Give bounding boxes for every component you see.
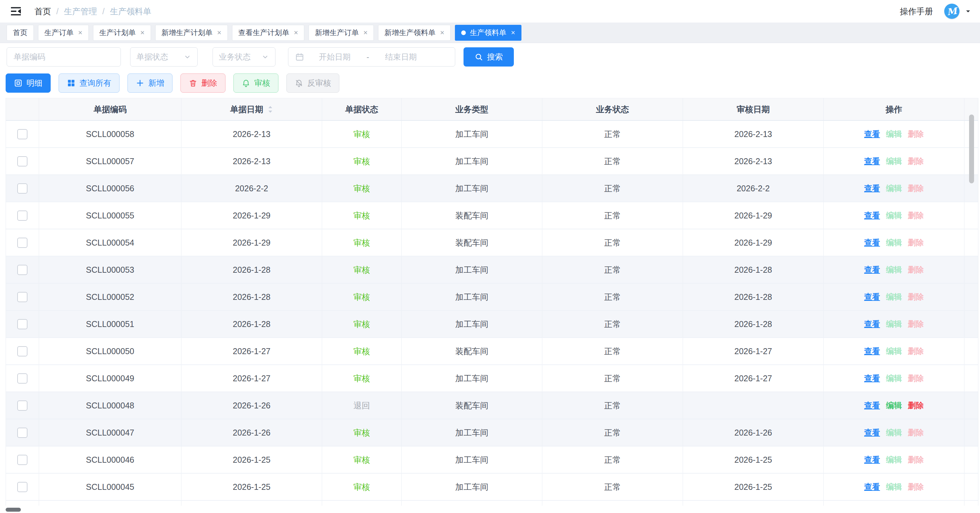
unapprove-button[interactable]: 反审核 — [286, 73, 339, 93]
tab-close-icon[interactable]: × — [78, 29, 83, 37]
breadcrumb-item[interactable]: 生产管理 — [64, 6, 97, 17]
row-checkbox[interactable] — [17, 482, 27, 492]
caret-down-icon[interactable] — [965, 8, 971, 14]
view-link[interactable]: 查看 — [864, 427, 880, 438]
view-link[interactable]: 查看 — [864, 264, 880, 275]
view-link[interactable]: 查看 — [864, 373, 880, 384]
edit-link[interactable]: 编辑 — [886, 346, 902, 356]
row-checkbox[interactable] — [17, 211, 27, 221]
table-row: SCLL0000512026-1-28审核加工车间正常2026-1-28查看编辑… — [6, 311, 978, 338]
tab-close-icon[interactable]: × — [140, 29, 145, 37]
tab-item[interactable]: 首页 — [6, 25, 34, 41]
edit-link[interactable]: 编辑 — [886, 427, 902, 438]
horizontal-scrollbar-thumb[interactable] — [6, 508, 21, 512]
row-checkbox[interactable] — [17, 319, 27, 329]
manual-link[interactable]: 操作手册 — [900, 6, 933, 17]
delete-link[interactable]: 删除 — [908, 400, 924, 411]
delete-link[interactable]: 删除 — [908, 319, 924, 329]
view-link[interactable]: 查看 — [864, 400, 880, 411]
edit-link[interactable]: 编辑 — [886, 454, 902, 465]
edit-link[interactable]: 编辑 — [886, 292, 902, 302]
row-checkbox[interactable] — [17, 455, 27, 465]
delete-link[interactable]: 删除 — [908, 454, 924, 465]
breadcrumb-item[interactable]: 生产领料单 — [110, 6, 151, 17]
view-link[interactable]: 查看 — [864, 210, 880, 221]
menu-fold-icon[interactable] — [10, 5, 22, 17]
table-body: SCLL0000582026-2-13审核加工车间正常2026-2-13查看编辑… — [6, 121, 978, 506]
tab-item[interactable]: 新增生产订单× — [309, 25, 374, 41]
tab-item[interactable]: 新增生产计划单× — [155, 25, 228, 41]
edit-link[interactable]: 编辑 — [886, 237, 902, 248]
edit-link[interactable]: 编辑 — [886, 156, 902, 167]
row-checkbox[interactable] — [17, 265, 27, 275]
row-checkbox[interactable] — [17, 373, 27, 384]
edit-link[interactable]: 编辑 — [886, 183, 902, 194]
row-checkbox[interactable] — [17, 156, 27, 167]
delete-link[interactable]: 删除 — [908, 210, 924, 221]
delete-link[interactable]: 删除 — [908, 481, 924, 492]
cell-actions: 查看编辑删除 — [824, 419, 964, 446]
delete-link[interactable]: 删除 — [908, 156, 924, 167]
edit-link[interactable]: 编辑 — [886, 373, 902, 384]
view-link[interactable]: 查看 — [864, 481, 880, 492]
cell-biz-type: 加工车间 — [402, 284, 542, 310]
tab-close-icon[interactable]: × — [363, 29, 368, 37]
delete-link[interactable]: 删除 — [908, 183, 924, 194]
view-link[interactable]: 查看 — [864, 237, 880, 248]
view-link[interactable]: 查看 — [864, 319, 880, 329]
tab-close-icon[interactable]: × — [217, 29, 221, 37]
view-link[interactable]: 查看 — [864, 292, 880, 302]
cell-date: 2026-1-27 — [181, 338, 322, 364]
edit-link[interactable]: 编辑 — [886, 400, 902, 411]
edit-link[interactable]: 编辑 — [886, 481, 902, 492]
table-header: 单据编码单据日期单据状态业务类型业务状态审核日期操作 — [6, 98, 978, 121]
delete-link[interactable]: 删除 — [908, 129, 924, 139]
view-link[interactable]: 查看 — [864, 156, 880, 167]
tab-close-icon[interactable]: × — [294, 29, 298, 37]
tab-item[interactable]: 生产订单× — [38, 25, 89, 41]
query-all-button[interactable]: 查询所有 — [59, 73, 119, 93]
tab-active[interactable]: 生产领料单× — [455, 25, 522, 41]
tab-item[interactable]: 查看生产计划单× — [232, 25, 305, 41]
row-select-cell — [6, 392, 39, 419]
delete-link[interactable]: 删除 — [908, 237, 924, 248]
edit-link[interactable]: 编辑 — [886, 264, 902, 275]
edit-link[interactable]: 编辑 — [886, 129, 902, 139]
add-button[interactable]: 新增 — [127, 73, 172, 93]
row-checkbox[interactable] — [17, 292, 27, 302]
search-button[interactable]: 搜索 — [463, 47, 514, 67]
column-header-date[interactable]: 单据日期 — [181, 98, 322, 120]
view-link[interactable]: 查看 — [864, 129, 880, 139]
approve-button[interactable]: 审核 — [234, 73, 278, 93]
doc-status-select[interactable]: 单据状态 — [130, 47, 198, 67]
tab-close-icon[interactable]: × — [440, 29, 444, 37]
delete-link[interactable]: 删除 — [908, 292, 924, 302]
view-link[interactable]: 查看 — [864, 346, 880, 356]
vertical-scrollbar-thumb[interactable] — [969, 114, 974, 183]
delete-link[interactable]: 删除 — [908, 427, 924, 438]
view-link[interactable]: 查看 — [864, 183, 880, 194]
delete-link[interactable]: 删除 — [908, 264, 924, 275]
tab-close-icon[interactable]: × — [511, 29, 515, 37]
sort-icon — [267, 106, 273, 113]
detail-button[interactable]: 明细 — [6, 73, 51, 93]
tab-item[interactable]: 新增生产领料单× — [378, 25, 450, 41]
row-checkbox[interactable] — [17, 183, 27, 194]
row-checkbox[interactable] — [17, 400, 27, 411]
breadcrumb-item[interactable]: 首页 — [35, 6, 51, 17]
view-link[interactable]: 查看 — [864, 454, 880, 465]
edit-link[interactable]: 编辑 — [886, 319, 902, 329]
biz-status-select[interactable]: 业务状态 — [213, 47, 275, 67]
delete-link[interactable]: 删除 — [908, 373, 924, 384]
delete-button[interactable]: 删除 — [180, 73, 226, 93]
row-checkbox[interactable] — [17, 427, 27, 438]
edit-link[interactable]: 编辑 — [886, 210, 902, 221]
date-range-picker[interactable]: 开始日期 - 结束日期 — [288, 47, 455, 67]
row-checkbox[interactable] — [17, 238, 27, 248]
row-checkbox[interactable] — [17, 129, 27, 139]
delete-link[interactable]: 删除 — [908, 346, 924, 356]
avatar[interactable]: M — [944, 4, 959, 19]
row-checkbox[interactable] — [17, 346, 27, 356]
doc-code-input[interactable] — [6, 47, 121, 67]
tab-item[interactable]: 生产计划单× — [93, 25, 151, 41]
